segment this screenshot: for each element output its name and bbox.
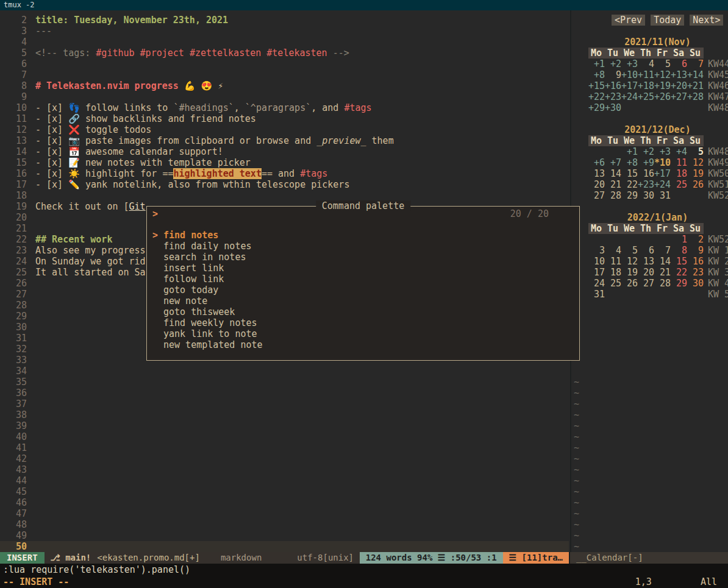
calendar-day[interactable]: 15 bbox=[621, 168, 638, 179]
calendar-day[interactable]: +3 bbox=[621, 58, 638, 69]
calendar-day[interactable]: 5 bbox=[654, 58, 671, 69]
calendar-day[interactable]: 1 bbox=[671, 234, 687, 245]
calendar-day[interactable]: 28 bbox=[605, 190, 621, 201]
calendar-day[interactable]: 7 bbox=[654, 245, 671, 256]
editor-line[interactable]: 36 bbox=[0, 388, 569, 398]
calendar-day[interactable]: +22 bbox=[588, 91, 605, 102]
calendar-day[interactable]: 26 bbox=[621, 278, 638, 289]
calendar-day[interactable]: +3 bbox=[654, 146, 671, 157]
calendar-day[interactable]: 31 bbox=[654, 190, 671, 201]
editor-line[interactable]: 34 bbox=[0, 366, 569, 377]
calendar-day[interactable]: 11 bbox=[671, 157, 687, 168]
editor-line[interactable]: 38 bbox=[0, 409, 569, 420]
calendar-day[interactable]: +1 bbox=[588, 58, 605, 69]
calendar-day[interactable]: 16 bbox=[687, 256, 704, 267]
calendar-day[interactable]: 22 bbox=[621, 179, 638, 190]
editor-line[interactable]: 10- [x] 👣 follow links to `#headings`, `… bbox=[0, 102, 569, 113]
calendar-day[interactable]: 29 bbox=[671, 278, 687, 289]
editor-line[interactable]: 8# Telekasten.nvim progress 💪 😍 ⚡ bbox=[0, 80, 569, 91]
editor-line[interactable]: 48 bbox=[0, 519, 569, 530]
calendar-day[interactable]: 11 bbox=[605, 256, 621, 267]
calendar-day[interactable]: 27 bbox=[588, 190, 605, 201]
calendar-day[interactable]: 4 bbox=[638, 58, 654, 69]
editor-line[interactable]: 4 bbox=[0, 37, 569, 48]
calendar-day[interactable]: +10 bbox=[621, 69, 638, 80]
calendar-day[interactable]: +12 bbox=[654, 69, 671, 80]
calendar-day[interactable]: +4 bbox=[671, 146, 687, 157]
palette-item[interactable]: >find notes bbox=[147, 230, 579, 241]
palette-item[interactable]: search in notes bbox=[147, 252, 579, 263]
calendar-day[interactable]: 18 bbox=[671, 168, 687, 179]
calendar-day[interactable]: 17 bbox=[588, 267, 605, 278]
calendar-day[interactable]: +19 bbox=[654, 80, 671, 91]
calendar-day[interactable]: 5 bbox=[621, 245, 638, 256]
palette-item[interactable]: yank link to note bbox=[147, 328, 579, 339]
editor-line[interactable]: 13- [x] 📷 paste images from clipboard or… bbox=[0, 135, 569, 146]
calendar-day[interactable]: 21 bbox=[654, 267, 671, 278]
calendar-day[interactable]: 22 bbox=[671, 267, 687, 278]
calendar-day[interactable]: 29 bbox=[621, 190, 638, 201]
command-line[interactable]: :lua require('telekasten').panel() bbox=[0, 564, 728, 576]
calendar-day[interactable]: 26 bbox=[687, 179, 704, 190]
calendar-day[interactable]: +17 bbox=[621, 80, 638, 91]
calendar-day[interactable]: 6 bbox=[638, 245, 654, 256]
calendar-day[interactable]: +24 bbox=[621, 91, 638, 102]
palette-item[interactable]: follow link bbox=[147, 274, 579, 285]
palette-item[interactable]: new templated note bbox=[147, 339, 579, 350]
editor-line[interactable]: 16- [x] ☀️ highlight for ==highlighted t… bbox=[0, 168, 569, 179]
editor-line[interactable]: 45 bbox=[0, 486, 569, 497]
calendar-day[interactable]: 25 bbox=[605, 278, 621, 289]
editor-line[interactable]: 41 bbox=[0, 442, 569, 453]
calendar-day[interactable]: 3 bbox=[588, 245, 605, 256]
calendar-day[interactable]: 21 bbox=[605, 179, 621, 190]
palette-item[interactable]: goto today bbox=[147, 285, 579, 296]
calendar-day[interactable]: +6 bbox=[588, 157, 605, 168]
calendar-day[interactable]: 15 bbox=[671, 256, 687, 267]
calendar-day[interactable]: +24 bbox=[654, 179, 671, 190]
calendar-day[interactable]: 6 bbox=[671, 58, 687, 69]
calendar-day[interactable]: 31 bbox=[588, 289, 605, 300]
palette-item[interactable]: find daily notes bbox=[147, 241, 579, 252]
calendar-day[interactable]: 12 bbox=[621, 256, 638, 267]
editor-line[interactable]: 11- [x] 🔗 show backlinks and friend note… bbox=[0, 113, 569, 124]
palette-item[interactable]: new note bbox=[147, 296, 579, 306]
calendar-day[interactable]: 10 bbox=[588, 256, 605, 267]
calendar-day[interactable]: 8 bbox=[671, 245, 687, 256]
calendar-day[interactable]: +2 bbox=[605, 58, 621, 69]
calendar-day[interactable]: +8 bbox=[621, 157, 638, 168]
calendar-day[interactable]: 2 bbox=[687, 234, 704, 245]
calendar-day[interactable]: +1 bbox=[621, 146, 638, 157]
calendar-day[interactable]: 13 bbox=[588, 168, 605, 179]
editor-line[interactable]: 18 bbox=[0, 190, 569, 201]
calendar-day[interactable]: +9 bbox=[638, 157, 654, 168]
calendar-day[interactable]: +20 bbox=[671, 80, 687, 91]
editor-line[interactable]: 42 bbox=[0, 453, 569, 464]
editor-line[interactable]: 50 bbox=[0, 541, 569, 552]
editor-line[interactable]: 9 bbox=[0, 91, 569, 102]
calendar-prev-button[interactable]: <Prev bbox=[612, 15, 645, 26]
editor-line[interactable]: 46 bbox=[0, 497, 569, 508]
editor-line[interactable]: 44 bbox=[0, 475, 569, 486]
calendar-day[interactable]: 7 bbox=[687, 58, 704, 69]
calendar-day[interactable]: 28 bbox=[654, 278, 671, 289]
calendar-day[interactable]: *10 bbox=[654, 157, 671, 168]
calendar-day[interactable]: +30 bbox=[605, 102, 621, 113]
editor-line[interactable]: 3--- bbox=[0, 26, 569, 37]
editor-line[interactable]: 47 bbox=[0, 508, 569, 519]
calendar-day[interactable]: 19 bbox=[687, 168, 704, 179]
calendar-day[interactable]: +17 bbox=[654, 168, 671, 179]
calendar-day[interactable]: +8 bbox=[588, 69, 605, 80]
calendar-day[interactable]: +29 bbox=[588, 102, 605, 113]
editor-line[interactable]: 17- [x] ✏️ yank notelink, also from wthi… bbox=[0, 179, 569, 190]
calendar-day[interactable]: 14 bbox=[605, 168, 621, 179]
calendar-day[interactable]: +18 bbox=[638, 80, 654, 91]
editor-line[interactable]: 2title: Tuesday, November 23th, 2021 bbox=[0, 15, 569, 26]
editor-line[interactable]: 40 bbox=[0, 431, 569, 442]
editor-line[interactable]: 5<!-- tags: #github #project #zettelkast… bbox=[0, 48, 569, 58]
calendar-day[interactable]: 9 bbox=[605, 69, 621, 80]
calendar-day[interactable]: 18 bbox=[605, 267, 621, 278]
calendar-day[interactable]: +16 bbox=[605, 80, 621, 91]
editor-line[interactable]: 12- [x] ❌ toggle todos bbox=[0, 124, 569, 135]
calendar-day[interactable]: 27 bbox=[638, 278, 654, 289]
palette-item[interactable]: goto thisweek bbox=[147, 306, 579, 317]
